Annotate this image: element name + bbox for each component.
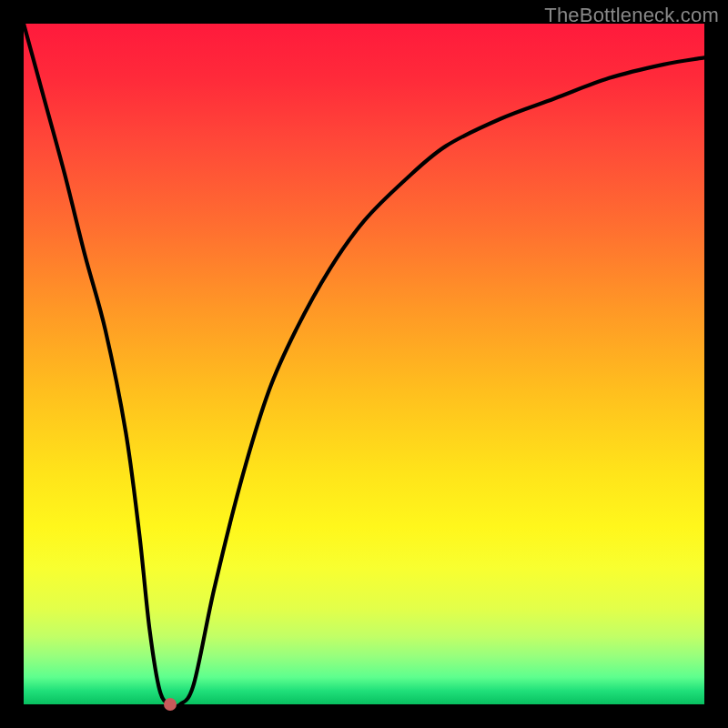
bottleneck-curve [24,24,704,704]
plot-area [24,24,704,704]
chart-frame: TheBottleneck.com [0,0,728,728]
minimum-marker [164,698,177,711]
